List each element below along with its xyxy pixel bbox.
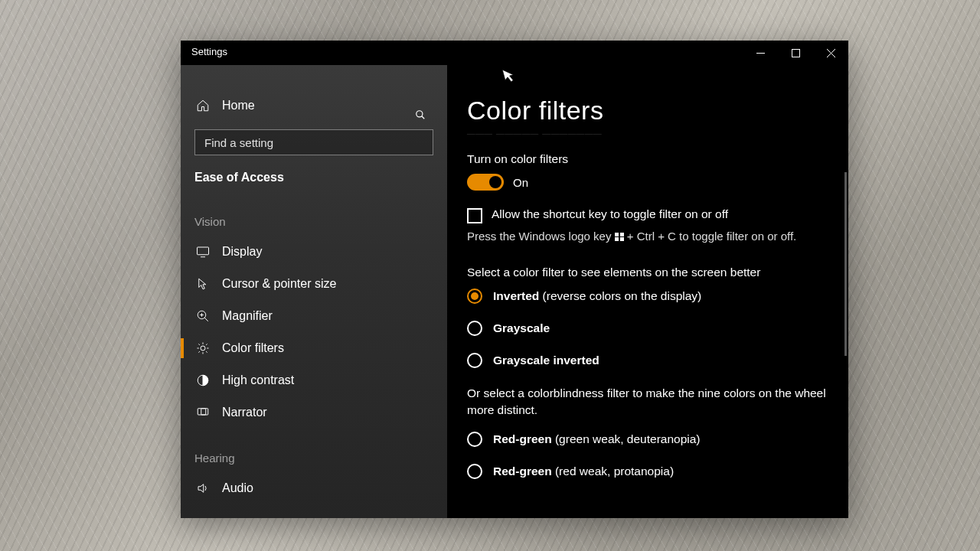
radio-button[interactable] (467, 353, 482, 368)
sidebar-item-label: Color filters (222, 341, 284, 355)
shortcut-hint-prefix: Press the Windows logo key (467, 230, 615, 243)
faint-subtitle: ─── ───── ─────── (467, 127, 828, 140)
search-wrap (194, 129, 433, 155)
contrast-icon (196, 373, 210, 387)
sidebar-item-label: Narrator (222, 406, 267, 419)
shortcut-checkbox-row[interactable]: Allow the shortcut key to toggle filter … (467, 207, 828, 223)
radio-button[interactable] (467, 432, 482, 447)
minimize-button[interactable] (743, 41, 778, 65)
svg-rect-22 (198, 409, 206, 415)
svg-line-18 (206, 351, 207, 353)
shortcut-checkbox-label: Allow the shortcut key to toggle filter … (492, 207, 728, 221)
radio-button[interactable] (467, 289, 482, 304)
radio-label: Grayscale (493, 321, 550, 335)
display-icon (196, 245, 210, 259)
sidebar-item-label: Display (222, 245, 262, 259)
svg-rect-1 (792, 49, 799, 57)
svg-rect-23 (201, 409, 208, 415)
svg-point-12 (201, 346, 205, 350)
settings-window: Settings Home Ease of Access (181, 41, 848, 518)
toggle-state-label: On (513, 176, 528, 189)
svg-line-9 (204, 318, 208, 321)
sidebar: Home Ease of Access Vision Display Curso… (181, 65, 447, 518)
radio-label: Red-green (red weak, protanopia) (493, 465, 674, 478)
shortcut-checkbox[interactable] (467, 208, 482, 223)
page-title: Color filters (467, 96, 828, 126)
brightness-icon (196, 341, 210, 355)
shortcut-hint: Press the Windows logo key + Ctrl + C to… (467, 228, 828, 244)
svg-line-19 (198, 351, 200, 353)
sidebar-item-high-contrast[interactable]: High contrast (181, 364, 447, 396)
search-input[interactable] (194, 129, 433, 155)
color-filters-toggle[interactable] (467, 174, 504, 191)
narrator-icon (196, 406, 210, 419)
filter-radio-group: Inverted (reverse colors on the display)… (467, 289, 828, 368)
sidebar-item-display[interactable]: Display (181, 236, 447, 268)
toggle-row: On (467, 174, 828, 191)
radio-protanopia[interactable]: Red-green (red weak, protanopia) (467, 464, 828, 479)
radio-grayscale-inverted[interactable]: Grayscale inverted (467, 353, 828, 368)
window-body: Home Ease of Access Vision Display Curso… (181, 65, 848, 518)
main-panel: Color filters ─── ───── ─────── Turn on … (447, 65, 848, 518)
sidebar-item-label: Cursor & pointer size (222, 277, 336, 291)
radio-deuteranopia[interactable]: Red-green (green weak, deuteranopia) (467, 432, 828, 447)
radio-button[interactable] (467, 464, 482, 479)
sidebar-group-hearing: Hearing (181, 429, 447, 472)
window-title: Settings (191, 46, 227, 57)
home-icon (196, 99, 210, 112)
radio-label: Grayscale inverted (493, 354, 599, 367)
close-button[interactable] (813, 41, 848, 65)
svg-line-17 (198, 344, 200, 345)
sidebar-item-magnifier[interactable]: Magnifier (181, 300, 447, 332)
sidebar-item-audio[interactable]: Audio (181, 472, 447, 495)
windows-logo-icon (615, 233, 624, 241)
filter-section-label: Select a color filter to see elements on… (467, 266, 828, 279)
radio-button[interactable] (467, 321, 482, 336)
colorblind-intro: Or select a colorblindness filter to mak… (467, 385, 828, 418)
sidebar-item-narrator[interactable]: Narrator (181, 396, 447, 429)
toggle-section-label: Turn on color filters (467, 152, 828, 166)
svg-rect-6 (198, 247, 209, 255)
sidebar-item-cursor[interactable]: Cursor & pointer size (181, 268, 447, 300)
titlebar: Settings (181, 41, 848, 65)
cursor-icon (196, 277, 210, 291)
sidebar-item-label: High contrast (222, 373, 294, 387)
radio-label: Inverted (reverse colors on the display) (493, 289, 701, 303)
radio-grayscale[interactable]: Grayscale (467, 321, 828, 336)
sidebar-item-label: Magnifier (222, 309, 273, 323)
scrollbar[interactable] (844, 172, 847, 356)
maximize-button[interactable] (778, 41, 813, 65)
audio-icon (196, 481, 210, 495)
sidebar-home[interactable]: Home (181, 90, 447, 122)
sidebar-home-label: Home (222, 99, 255, 112)
radio-label: Red-green (green weak, deuteranopia) (493, 432, 701, 446)
sidebar-item-label: Audio (222, 481, 253, 495)
shortcut-hint-suffix: + Ctrl + C to toggle filter on or off. (624, 230, 797, 243)
sidebar-item-color-filters[interactable]: Color filters (181, 332, 447, 364)
svg-line-20 (206, 344, 207, 345)
magnifier-icon (196, 309, 210, 323)
sidebar-category: Ease of Access (181, 166, 447, 192)
radio-inverted[interactable]: Inverted (reverse colors on the display) (467, 289, 828, 304)
sidebar-group-vision: Vision (181, 192, 447, 236)
